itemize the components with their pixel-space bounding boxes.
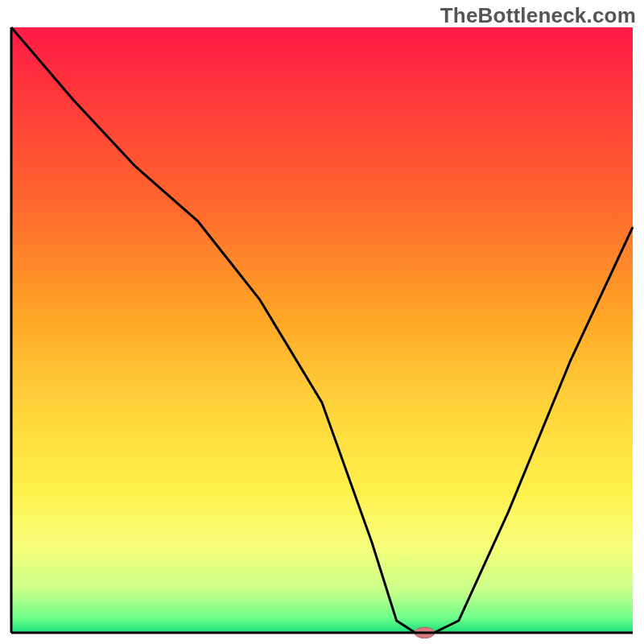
bottleneck-plot (0, 0, 644, 644)
watermark-text: TheBottleneck.com (440, 3, 636, 28)
gradient-fill (11, 27, 633, 633)
chart-container: TheBottleneck.com (0, 0, 644, 644)
